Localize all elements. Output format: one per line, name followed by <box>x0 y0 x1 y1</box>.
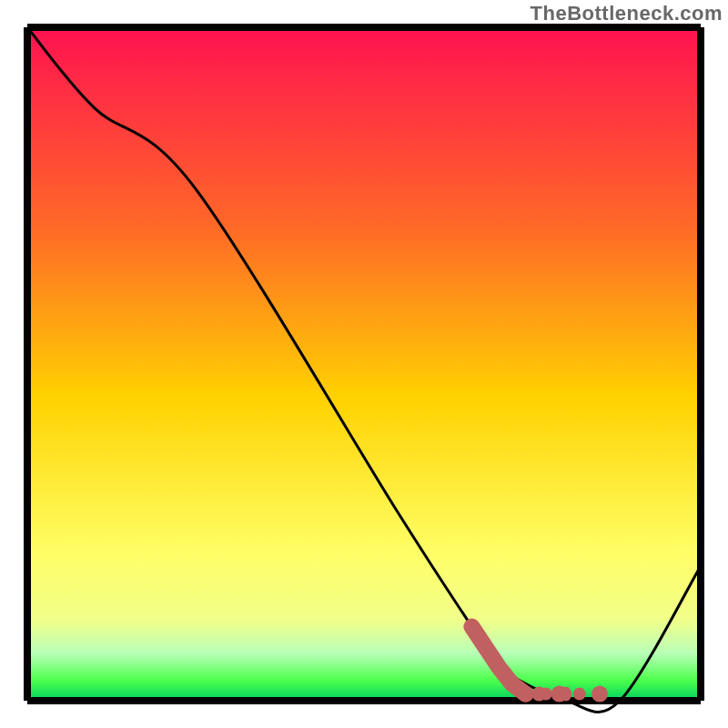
highlight-dot <box>518 686 534 703</box>
watermark-label: TheBottleneck.com <box>531 2 723 25</box>
highlight-dot <box>592 686 608 703</box>
highlight-dash <box>531 687 546 702</box>
highlight-dot <box>573 688 586 701</box>
chart-container: TheBottleneck.com <box>0 0 728 728</box>
bottleneck-chart <box>0 0 728 728</box>
highlight-dash <box>561 687 571 702</box>
